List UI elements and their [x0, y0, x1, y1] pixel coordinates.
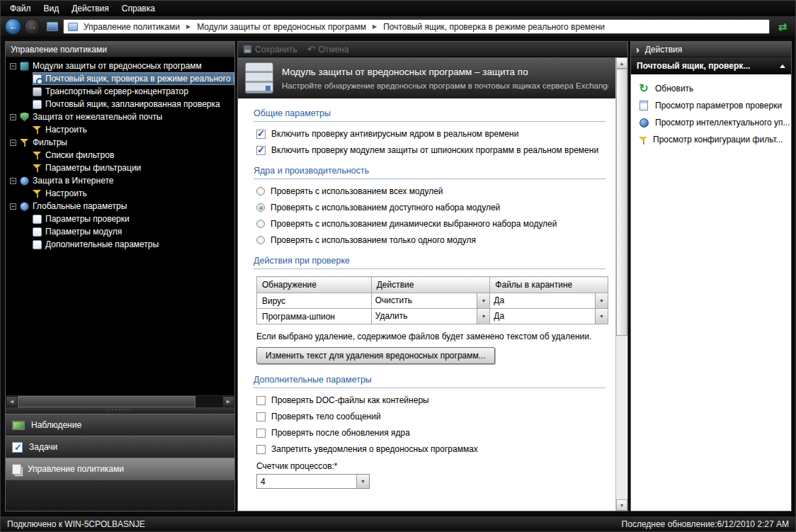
collapse-icon[interactable]: [10, 140, 16, 146]
collapse-icon[interactable]: [10, 114, 16, 120]
back-button[interactable]: ←: [5, 18, 21, 35]
breadcrumb-arrow-icon[interactable]: [181, 23, 195, 30]
breadcrumb[interactable]: Управление политиками Модули защиты от в…: [63, 19, 770, 34]
option-realtime-antispyware: Включить проверку модулем защиты от шпио…: [256, 145, 605, 155]
tree-item-antimalware-modules[interactable]: Модули защиты от вредоносных программ: [10, 60, 234, 72]
left-panel-title: Управление политиками: [6, 42, 234, 57]
menu-actions[interactable]: Действия: [65, 1, 115, 16]
radio-all-engines[interactable]: [256, 187, 265, 196]
tree-item-internet-protection[interactable]: Защита в Интернете: [10, 174, 234, 187]
action-view-scan-settings[interactable]: Просмотр параметров проверки: [631, 97, 791, 114]
monitor-icon: [12, 421, 25, 430]
main-area: Управление политиками Модули защиты от в…: [1, 38, 795, 516]
scrollbar-track[interactable]: [18, 396, 222, 407]
last-update-status: Последнее обновление:6/12/2010 2:27 AM: [622, 519, 789, 529]
actions-group-header[interactable]: Почтовый ящик, проверк...: [631, 57, 791, 74]
breadcrumb-segment-policy-management[interactable]: Управление политиками: [82, 21, 181, 33]
action-refresh[interactable]: Обновить: [631, 80, 791, 97]
scrollbar-thumb[interactable]: [18, 396, 195, 407]
nav-button-label: Задачи: [29, 442, 57, 452]
nav-button-tasks[interactable]: Задачи: [6, 436, 234, 458]
column-header-action: Действие: [371, 277, 490, 293]
dropdown-arrow-icon[interactable]: [477, 309, 489, 324]
checkbox-after-engine-update[interactable]: [256, 429, 266, 438]
breadcrumb-segment-antimalware-modules[interactable]: Модули защиты от вредоносных программ: [195, 21, 368, 33]
tree-item-label: Дополнительные параметры: [42, 239, 159, 249]
panel-splitter[interactable]: [6, 407, 234, 414]
option-realtime-av: Включить проверку антивирусным ядром в р…: [256, 129, 605, 139]
action-view-filter-configuration[interactable]: Просмотр конфигурации фильт...: [631, 131, 791, 148]
checkbox-message-body[interactable]: [256, 412, 266, 421]
tree-item-filter-options[interactable]: Параметры фильтрации: [33, 162, 234, 174]
scroll-up-button[interactable]: [616, 57, 627, 69]
action-dropdown-spyware[interactable]: Удалить: [372, 309, 490, 324]
radio-dynamic-engines[interactable]: [256, 220, 265, 228]
dropdown-value: Да: [490, 293, 595, 308]
checkbox-doc-containers[interactable]: [256, 396, 266, 405]
tree-item-filter-lists[interactable]: Списки фильтров: [33, 149, 234, 162]
collapse-icon[interactable]: [10, 63, 16, 69]
tree-item-advanced-options[interactable]: Дополнительные параметры: [33, 238, 234, 251]
scroll-left-button[interactable]: [6, 396, 18, 407]
detection-cell: Программа-шпион: [257, 309, 372, 324]
intelligent-management-icon: [638, 117, 649, 128]
tree-item-mailbox-realtime[interactable]: Почтовый ящик, проверка в режиме реально…: [33, 72, 234, 85]
action-view-intelligent-management[interactable]: Просмотр интеллектуального уп...: [631, 114, 791, 131]
page-icon: [33, 240, 42, 249]
tree-item-filters[interactable]: Фильтры: [10, 136, 234, 149]
mailbox-scheduled-icon: [33, 100, 42, 109]
tree-item-transport-hub[interactable]: Транспортный сервер-концентратор: [33, 85, 234, 98]
dropdown-arrow-icon[interactable]: [595, 309, 608, 324]
dropdown-arrow-icon[interactable]: [595, 293, 608, 308]
tree-item-mailbox-scheduled[interactable]: Почтовый ящик, запланированная проверка: [33, 98, 234, 111]
tree-item-engine-options[interactable]: Параметры модуля: [33, 225, 234, 238]
nav-button-monitoring[interactable]: Наблюдение: [6, 414, 234, 436]
quarantine-dropdown-virus[interactable]: Да: [490, 293, 608, 308]
tree-item-label: Почтовый ящик, проверка в режиме реально…: [42, 74, 234, 84]
radio-single-engine[interactable]: [256, 236, 265, 244]
checkbox-realtime-antispyware[interactable]: [256, 146, 266, 155]
scrollbar-track[interactable]: [616, 69, 627, 499]
quarantine-dropdown-spyware[interactable]: Да: [490, 309, 608, 324]
save-button[interactable]: Сохранить: [244, 45, 297, 55]
scan-settings-icon: [638, 100, 649, 111]
scroll-right-button[interactable]: [222, 396, 234, 407]
dropdown-arrow-icon[interactable]: [477, 293, 489, 308]
collapse-icon[interactable]: [10, 178, 16, 184]
collapse-icon[interactable]: [10, 203, 16, 210]
edit-deletion-text-button[interactable]: Изменить текст для удаления вредоносных …: [256, 347, 495, 364]
menu-file[interactable]: Файл: [4, 1, 38, 16]
breadcrumb-segment-mailbox-realtime[interactable]: Почтовый ящик, проверка в режиме реально…: [382, 21, 606, 33]
option-message-body: Проверять тело сообщений: [256, 412, 605, 421]
tree-item-antispam[interactable]: Защита от нежелательной почты: [10, 111, 234, 123]
action-dropdown-virus[interactable]: Очистить: [372, 293, 490, 308]
tree-item-antispam-configure[interactable]: Настроить: [33, 123, 234, 136]
tree-horizontal-scrollbar[interactable]: [6, 395, 234, 407]
process-count-select[interactable]: 4: [256, 474, 370, 489]
actions-list: Обновить Просмотр параметров проверки Пр…: [631, 74, 791, 511]
dropdown-arrow-icon[interactable]: [356, 475, 369, 488]
scrollbar-thumb[interactable]: [616, 69, 627, 336]
refresh-button[interactable]: [774, 19, 791, 35]
content-vertical-scrollbar[interactable]: [615, 57, 627, 511]
forward-button[interactable]: →: [24, 18, 40, 35]
collapse-chevron-icon[interactable]: [780, 64, 785, 68]
section-engines: Ядра и производительность Проверять с ис…: [254, 166, 605, 245]
scroll-down-button[interactable]: [616, 499, 627, 511]
tree-item-label: Защита в Интернете: [29, 176, 113, 186]
section-heading-general: Общие параметры: [254, 108, 605, 122]
save-icon: [244, 45, 251, 53]
tree-item-scan-options[interactable]: Параметры проверки: [33, 213, 234, 225]
menu-help[interactable]: Справка: [115, 1, 161, 16]
tree-item-internet-configure[interactable]: Настроить: [33, 187, 234, 200]
nav-button-policy-management[interactable]: Управление политиками: [6, 458, 234, 480]
checkbox-suppress-notifications[interactable]: [256, 445, 266, 454]
cancel-button[interactable]: Отмена: [307, 45, 349, 55]
tree-item-global-settings[interactable]: Глобальные параметры: [10, 200, 234, 213]
radio-available-engines[interactable]: [256, 203, 265, 212]
breadcrumb-arrow-icon[interactable]: [368, 23, 382, 30]
option-suppress-notifications: Запретить уведомления о вредоносных прог…: [256, 444, 605, 454]
policy-tree: Модули защиты от вредоносных программ По…: [6, 57, 234, 395]
checkbox-realtime-av[interactable]: [256, 130, 266, 139]
menu-view[interactable]: Вид: [38, 1, 66, 16]
